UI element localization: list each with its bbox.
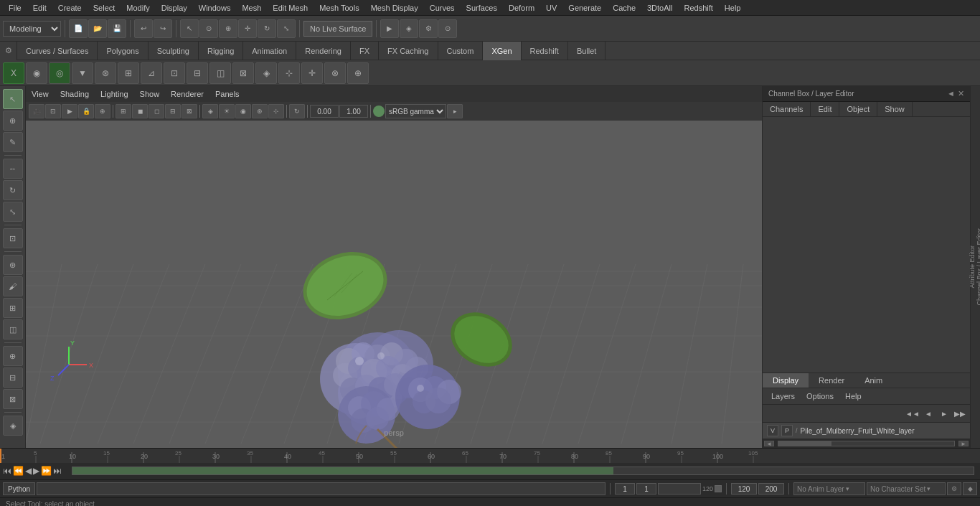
shelf-xgen-6[interactable]: ⊞ [118, 62, 139, 84]
menu-modify[interactable]: Modify [121, 2, 155, 14]
menu-generate[interactable]: Generate [562, 2, 607, 14]
open-scene-btn[interactable]: 📂 [88, 19, 107, 38]
dr-tab-render[interactable]: Render [809, 373, 854, 388]
layer-skip-fwd-btn[interactable]: ▶▶ [953, 406, 967, 421]
new-scene-btn[interactable]: 📄 [69, 19, 88, 38]
layer-visibility-v[interactable]: V [767, 425, 778, 436]
scene-area[interactable]: X Y Z persp [26, 121, 762, 448]
vp-grid-btn[interactable]: ⊟ [165, 104, 181, 118]
side-tab-attribute-editor[interactable]: Attribute Editor [969, 240, 976, 294]
menu-curves[interactable]: Curves [424, 2, 461, 14]
tab-sculpting[interactable]: Sculpting [149, 42, 199, 60]
transform-rotate-btn[interactable]: ↻ [3, 180, 23, 200]
shelf-xgen-3[interactable]: ◎ [49, 62, 70, 84]
layer-next-btn[interactable]: ► [937, 406, 951, 421]
vp-menu-view[interactable]: View [29, 88, 52, 100]
menu-file[interactable]: File [3, 2, 27, 14]
viewport[interactable]: View Shading Lighting Show Renderer Pane… [26, 86, 762, 448]
shelf-xgen-10[interactable]: ◫ [209, 62, 231, 84]
snap-btn[interactable]: ⊞ [3, 298, 23, 318]
menu-mesh-display[interactable]: Mesh Display [365, 2, 424, 14]
scroll-track[interactable] [778, 441, 955, 446]
vp-aa-btn[interactable]: ⊹ [268, 104, 284, 118]
shelf-xgen-13[interactable]: ⊹ [278, 62, 300, 84]
cb-tab-edit[interactable]: Edit [811, 102, 839, 116]
scroll-left-btn[interactable]: ◄ [764, 441, 774, 446]
playback-play-btn[interactable]: ▶ [33, 466, 39, 476]
menu-help[interactable]: Help [719, 2, 747, 14]
vp-toggle-btn[interactable]: ⊠ [182, 104, 197, 118]
range-start-input[interactable] [731, 483, 757, 495]
select-btn[interactable]: ↖ [180, 19, 199, 38]
render-btn[interactable]: ▶ [380, 19, 399, 38]
lasso-btn[interactable]: ⊙ [199, 19, 218, 38]
save-scene-btn[interactable]: 💾 [108, 19, 126, 38]
script-editor[interactable] [37, 482, 606, 495]
vp-menu-renderer[interactable]: Renderer [168, 88, 207, 100]
layers-tab-help[interactable]: Help [842, 390, 864, 402]
vp-light-btn[interactable]: ☀ [219, 104, 235, 118]
current-frame-input[interactable] [615, 483, 635, 495]
select-tool-btn[interactable]: ↖ [3, 89, 23, 109]
tab-rendering[interactable]: Rendering [296, 42, 351, 60]
menu-display[interactable]: Display [156, 2, 193, 14]
shelf-xgen-11[interactable]: ⊠ [232, 62, 254, 84]
playback-fwd-btn[interactable]: ⏩ [41, 466, 52, 476]
cb-tab-show[interactable]: Show [877, 102, 913, 116]
layers-tab-options[interactable]: Options [804, 390, 837, 402]
tab-curves-surfaces[interactable]: Curves / Surfaces [17, 42, 98, 60]
shelf-xgen-15[interactable]: ⊗ [324, 62, 346, 84]
menu-create[interactable]: Create [52, 2, 88, 14]
playback-prev-btn[interactable]: ⏪ [13, 466, 24, 476]
vp-isolate-btn[interactable]: ◈ [202, 104, 218, 118]
channel-box-collapse-btn[interactable]: ◄ [947, 89, 955, 98]
char-set-selector[interactable]: No Character Set ▾ [867, 482, 946, 495]
move-btn[interactable]: ✛ [238, 19, 257, 38]
playback-skip-end-btn[interactable]: ⏭ [53, 466, 62, 476]
shelf-xgen-8[interactable]: ⊡ [164, 62, 185, 84]
menu-edit-mesh[interactable]: Edit Mesh [267, 2, 314, 14]
sculpt-btn[interactable]: ⊛ [3, 255, 23, 275]
anim-layer-selector[interactable]: No Anim Layer ▾ [793, 482, 865, 495]
menu-3dto[interactable]: 3DtoAll [641, 2, 678, 14]
rotate-btn[interactable]: ↻ [258, 19, 276, 38]
vp-rotate-x[interactable] [310, 105, 339, 118]
live-surface-btn[interactable]: No Live Surface [303, 21, 372, 37]
tab-rigging[interactable]: Rigging [199, 42, 243, 60]
measure-btn[interactable]: ◫ [3, 319, 23, 339]
menu-select[interactable]: Select [88, 2, 121, 14]
tab-redshift[interactable]: Redshift [522, 42, 568, 60]
tabs-gear-icon[interactable]: ⚙ [0, 42, 17, 60]
paint-btn[interactable]: 🖌 [3, 276, 23, 296]
vp-menu-show[interactable]: Show [137, 88, 163, 100]
vp-ao-btn[interactable]: ⊛ [252, 104, 268, 118]
vp-lock-btn[interactable]: 🔒 [78, 104, 94, 118]
vp-smooth-btn[interactable]: ◼ [132, 104, 148, 118]
vp-sel-btn[interactable]: ▶ [62, 104, 77, 118]
settings-btn[interactable]: ⊠ [3, 389, 23, 409]
anim-prefs-btn[interactable]: ◆ [963, 482, 977, 495]
vp-colorspace-select[interactable]: sRGB gamma linear [385, 104, 446, 118]
vp-home-btn[interactable]: ⊡ [45, 104, 61, 118]
vp-shadow-btn[interactable]: ◉ [235, 104, 251, 118]
cb-tab-object[interactable]: Object [839, 102, 877, 116]
tab-polygons[interactable]: Polygons [98, 42, 148, 60]
scroll-thumb[interactable] [778, 441, 831, 446]
shelf-xgen-12[interactable]: ◈ [255, 62, 277, 84]
menu-deform[interactable]: Deform [503, 2, 540, 14]
vp-loop-btn[interactable]: ↻ [289, 104, 305, 118]
anim-settings-btn[interactable]: ⚙ [947, 482, 961, 495]
tab-fx-caching[interactable]: FX Caching [379, 42, 438, 60]
playback-range-bar[interactable] [72, 467, 974, 475]
shelf-xgen-5[interactable]: ⊛ [95, 62, 116, 84]
vp-rotate-y[interactable] [339, 105, 368, 118]
render-settings-btn[interactable]: ⚙ [419, 19, 438, 38]
menu-edit[interactable]: Edit [27, 2, 52, 14]
transform-scale-btn[interactable]: ⤡ [3, 202, 23, 222]
menu-cache[interactable]: Cache [607, 2, 641, 14]
menu-mesh-tools[interactable]: Mesh Tools [314, 2, 364, 14]
vp-menu-shading[interactable]: Shading [57, 88, 92, 100]
dr-tab-anim[interactable]: Anim [854, 373, 892, 388]
menu-redshift[interactable]: Redshift [678, 2, 718, 14]
shelf-xgen-14[interactable]: ✛ [301, 62, 323, 84]
